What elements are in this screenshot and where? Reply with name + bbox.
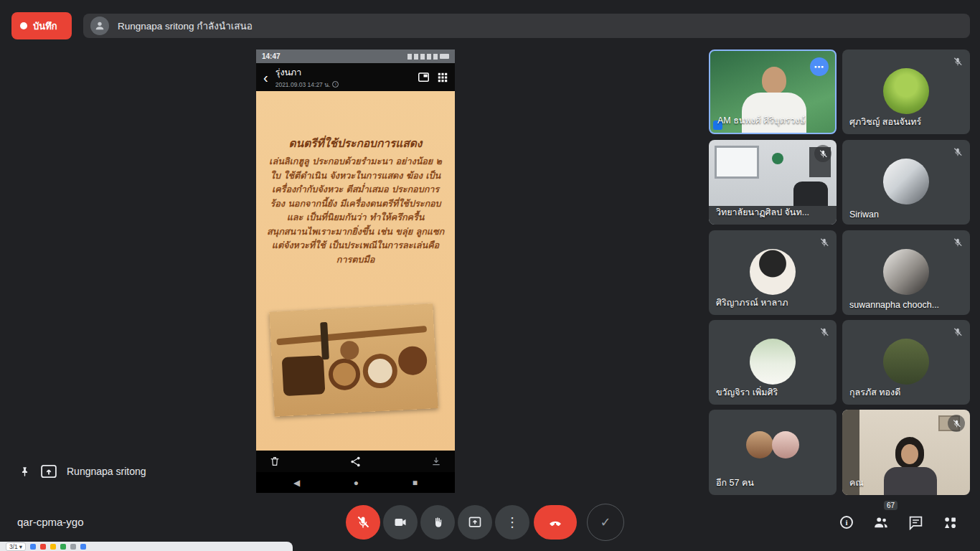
show-participants-button[interactable] — [872, 514, 890, 531]
present-box-icon — [468, 515, 482, 529]
record-dot-icon — [20, 22, 27, 29]
raise-hand-button[interactable] — [420, 505, 455, 540]
presenter-text: Rungnapa sritong กำลังนำเสนอ — [118, 18, 253, 34]
battery-icon — [440, 54, 449, 59]
status-icon — [433, 54, 438, 60]
page-indicator[interactable]: 3/1 ▾ — [6, 542, 26, 551]
pip-icon[interactable] — [418, 72, 429, 82]
activities-icon — [943, 515, 958, 530]
status-icon — [420, 54, 425, 60]
video-room-logo — [772, 153, 783, 164]
participant-name: suwannapha chooch... — [849, 300, 939, 310]
mic-toggle-button[interactable] — [346, 505, 380, 540]
pin-icon — [19, 466, 31, 478]
participant-name: Siriwan — [849, 209, 879, 220]
download-icon[interactable] — [430, 456, 442, 467]
info-icon: i — [840, 516, 853, 529]
taskbar-icon[interactable] — [60, 544, 66, 550]
phone-header-icons — [418, 72, 448, 83]
participant-name: กุลรภัส ทองดี — [849, 385, 900, 400]
participant-tile-kunraphat[interactable]: กุลรภัส ทองดี — [842, 320, 970, 405]
companion-check-button[interactable]: ✓ — [587, 504, 624, 541]
mic-off-icon — [951, 325, 965, 339]
chat-button[interactable] — [907, 514, 924, 531]
photo-decor — [362, 353, 398, 389]
shared-screen: 14:47 ‹ รุ่งนภา 2021.09.03 14:27 น. i ดน… — [256, 50, 455, 493]
camera-toggle-button[interactable] — [383, 505, 418, 540]
share-icon[interactable] — [349, 456, 362, 468]
participant-tile-supawit[interactable]: ศุภวิชญ์ สอนจันทร์ — [842, 50, 970, 134]
slide-title: ดนตรีที่ใช้ประกอบการแสดง — [256, 134, 455, 152]
taskbar-icon[interactable] — [40, 544, 46, 550]
end-call-icon — [547, 514, 564, 531]
nav-recents-icon[interactable]: ■ — [413, 478, 418, 488]
participant-tile-college[interactable]: วิทยาลัยนาฏศิลป จันท... — [709, 140, 837, 225]
phone-status-bar: 14:47 — [256, 50, 455, 63]
avatar — [750, 339, 796, 385]
participant-tile-sirinyaporn[interactable]: ศิริญาภรณ์ หาลาภ — [709, 230, 837, 315]
nav-back-icon[interactable]: ◀ — [293, 478, 300, 488]
participant-tile-kwanjira[interactable]: ขวัญจิรา เพิ่มศิริ — [709, 320, 837, 405]
participant-tile-video[interactable]: คณ — [842, 410, 970, 495]
nav-home-icon[interactable]: ● — [354, 478, 359, 488]
avatar — [746, 431, 773, 458]
phone-date: 2021.09.03 14:27 น. — [275, 80, 331, 90]
pinned-presenter-name: Rungnapa sritong — [67, 466, 146, 477]
avatar — [883, 159, 929, 204]
chevron-down-icon: ▾ — [19, 543, 22, 550]
video-person — [884, 467, 937, 495]
more-options-button[interactable]: ⋮ — [495, 505, 529, 540]
chat-icon — [908, 515, 923, 530]
participant-name: วิทยาลัยนาฏศิลป จันท... — [716, 205, 809, 220]
presenter-banner[interactable]: Rungnapa sritong กำลังนำเสนอ — [83, 14, 970, 38]
record-label: บันทึก — [33, 19, 57, 34]
phone-app-header: ‹ รุ่งนภา 2021.09.03 14:27 น. i — [256, 63, 455, 91]
photo-decor — [397, 346, 428, 376]
video-room-window — [715, 146, 759, 179]
more-vert-icon: ⋮ — [506, 514, 519, 530]
present-screen-button[interactable] — [458, 505, 492, 540]
phone-app-subtitle: 2021.09.03 14:27 น. i — [275, 80, 411, 90]
phone-app-title: รุ่งนภา — [275, 65, 411, 80]
mic-off-icon — [951, 145, 965, 159]
participant-tile-more-count[interactable]: อีก 57 คน — [709, 410, 837, 495]
photo-decor — [320, 322, 329, 359]
taskbar-icon[interactable] — [70, 544, 76, 550]
taskbar-icon[interactable] — [50, 544, 56, 550]
mic-off-icon — [951, 235, 965, 250]
info-dot-icon: i — [332, 81, 339, 88]
tile-options-button[interactable]: ⋯ — [810, 57, 829, 76]
avatar — [883, 249, 929, 295]
taskbar-icon[interactable] — [80, 544, 86, 550]
trash-icon[interactable] — [269, 456, 281, 467]
meeting-code: qar-cpma-ygo — [17, 516, 84, 528]
presenter-avatar — [90, 17, 109, 35]
participant-tile-siriwan[interactable]: Siriwan — [842, 140, 970, 225]
participant-name: คณ — [849, 476, 864, 490]
photo-decor — [282, 355, 326, 396]
participant-tile-suwannapha[interactable]: suwannapha chooch... — [842, 230, 970, 315]
video-person — [901, 444, 918, 464]
grid-icon[interactable] — [438, 72, 448, 83]
back-chevron-icon[interactable]: ‹ — [263, 70, 268, 85]
mic-off-icon — [817, 235, 831, 250]
more-participants-label: อีก 57 คน — [716, 476, 754, 490]
mic-off-icon — [948, 415, 965, 432]
people-icon — [873, 514, 889, 530]
end-call-button[interactable] — [534, 505, 577, 540]
hand-icon — [431, 516, 444, 529]
activities-button[interactable] — [941, 514, 958, 531]
pinned-presenter-row: Rungnapa sritong — [19, 465, 146, 478]
page-indicator-value: 3/1 — [9, 543, 18, 550]
participant-tile-am-thanapong[interactable]: ⋯ AM ธนพงศ์ ศิริบุตรวงษ์ — [709, 50, 837, 134]
android-nav-bar: ◀ ● ■ — [256, 472, 455, 493]
mic-off-icon — [814, 145, 831, 162]
background-window-strip[interactable]: 3/1 ▾ — [0, 542, 293, 551]
status-icon — [414, 54, 418, 60]
participant-name: AM ธนพงศ์ ศิริบุตรวงษ์ — [717, 113, 806, 128]
phone-toolbar — [256, 451, 455, 472]
meeting-details-button[interactable]: i — [838, 514, 855, 531]
record-button[interactable]: บันทึก — [11, 12, 72, 39]
phone-title-box: รุ่งนภา 2021.09.03 14:27 น. i — [275, 65, 411, 90]
taskbar-icon[interactable] — [30, 544, 36, 550]
